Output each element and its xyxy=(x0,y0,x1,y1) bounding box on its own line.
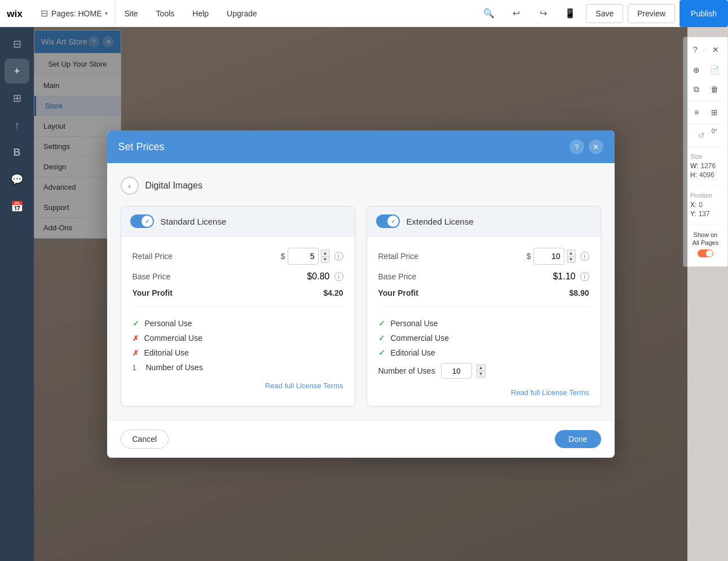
show-all-pages-toggle[interactable] xyxy=(698,249,713,257)
right-panel-close-icon[interactable]: ✕ xyxy=(708,42,723,58)
right-panel-divider-2 xyxy=(688,124,723,124)
width-row: W: 1276 xyxy=(690,162,721,170)
standard-base-price-row: Base Price $0.80 i xyxy=(133,271,343,282)
back-button[interactable]: ‹ xyxy=(121,177,139,195)
height-row: H: 4096 xyxy=(690,171,721,179)
check-icon-commercial: ✓ xyxy=(378,334,385,343)
mobile-view-icon[interactable]: 📱 xyxy=(559,2,581,25)
page-icon[interactable]: 📄 xyxy=(707,62,722,78)
extended-retail-price-label: Retail Price xyxy=(378,252,419,261)
extended-base-price-value: $1.10 xyxy=(553,271,575,282)
align-icon[interactable]: ≡ xyxy=(689,104,704,120)
publish-button[interactable]: Publish xyxy=(680,0,728,27)
extended-retail-info-icon[interactable]: i xyxy=(580,252,589,261)
standard-feature-uses: 1 Number of Uses xyxy=(133,360,343,375)
sidebar-upload-icon[interactable]: ↑ xyxy=(5,113,29,138)
standard-read-license-link[interactable]: Read full License Terms xyxy=(133,382,343,390)
extended-license-toggle[interactable] xyxy=(376,214,400,228)
nav-tools[interactable]: Tools xyxy=(147,0,184,27)
modal-close-button[interactable]: ✕ xyxy=(589,139,603,154)
modal-overlay: Set Prices ? ✕ ‹ Digital Images xyxy=(34,27,687,561)
standard-price-up-button[interactable]: ▲ xyxy=(321,249,330,256)
extended-profit-row: Your Profit $8.90 xyxy=(378,288,589,297)
preview-button[interactable]: Preview xyxy=(628,4,675,23)
extended-currency-symbol: $ xyxy=(527,252,531,261)
extended-retail-price-row: Retail Price $ ▲ ▼ i xyxy=(378,248,589,265)
save-button[interactable]: Save xyxy=(586,4,623,23)
pages-icon: ⊟ xyxy=(41,8,48,19)
extended-price-down-button[interactable]: ▼ xyxy=(567,256,576,263)
sidebar-apps-icon[interactable]: ⊞ xyxy=(5,86,29,111)
modal-body: ‹ Digital Images Standard License xyxy=(107,163,615,420)
right-panel-icons-row-1: ⊕ 📄 xyxy=(686,62,725,78)
topbar-nav: Site Tools Help Upgrade xyxy=(115,0,266,27)
sidebar-calendar-icon[interactable]: 📅 xyxy=(5,194,29,219)
right-panel-divider-4 xyxy=(688,186,723,186)
extended-base-price-label: Base Price xyxy=(378,272,417,281)
sidebar-add-icon[interactable]: + xyxy=(5,59,29,84)
y-row: Y: 137 xyxy=(690,210,721,218)
nav-site[interactable]: Site xyxy=(115,0,147,27)
right-panel-icons-row-3: ≡ ⊞ xyxy=(686,104,725,120)
redo-icon[interactable]: ↪ xyxy=(532,2,554,25)
standard-license-card: Standard License Retail Price $ ▲ xyxy=(121,206,355,406)
topbar-right-actions: 🔍 ↩ ↪ 📱 Save Preview Publish xyxy=(478,0,728,27)
position-section: Position X: 0 Y: 137 xyxy=(686,190,725,221)
rotate-left-icon[interactable]: ↺ xyxy=(694,128,709,143)
undo-icon[interactable]: ↩ xyxy=(505,2,527,25)
right-panel-divider-5 xyxy=(688,225,723,225)
distribute-icon[interactable]: ⊞ xyxy=(707,104,722,120)
help-icon[interactable]: ? xyxy=(688,42,703,58)
sidebar-layers-icon[interactable]: ⊟ xyxy=(5,32,29,56)
standard-license-toggle[interactable] xyxy=(130,214,154,228)
extended-feature-editorial-label: Editorial Use xyxy=(391,348,435,357)
dots-icon: ⋯ xyxy=(703,47,708,53)
delete-icon[interactable]: 🗑 xyxy=(707,81,722,97)
pages-selector[interactable]: ⊟ Pages: HOME ▾ xyxy=(34,0,115,27)
modal-header: Set Prices ? ✕ xyxy=(107,130,615,163)
extended-feature-personal: ✓ Personal Use xyxy=(378,316,589,331)
set-prices-modal: Set Prices ? ✕ ‹ Digital Images xyxy=(107,130,615,458)
nav-upgrade[interactable]: Upgrade xyxy=(218,0,266,27)
size-label: Size xyxy=(690,153,721,160)
extended-retail-price-input[interactable] xyxy=(533,248,564,265)
standard-retail-info-icon[interactable]: i xyxy=(334,252,343,261)
modal-section-title: Digital Images xyxy=(145,181,202,191)
extended-num-uses-label: Number of Uses xyxy=(378,366,435,375)
right-panel-dots: ⋯ xyxy=(703,47,708,53)
extended-num-uses-input[interactable] xyxy=(441,363,472,379)
standard-license-name: Standard License xyxy=(161,217,227,226)
nav-help[interactable]: Help xyxy=(183,0,218,27)
standard-feature-editorial: ✗ Editorial Use xyxy=(133,345,343,360)
standard-retail-price-row: Retail Price $ ▲ ▼ i xyxy=(133,248,343,265)
x-value: 0 xyxy=(699,201,703,209)
standard-num-uses-label: Number of Uses xyxy=(146,363,203,372)
extended-num-uses-spinners: ▲ ▼ xyxy=(476,364,486,378)
right-panel-divider-3 xyxy=(688,147,723,147)
extended-retail-price-input-group: $ ▲ ▼ i xyxy=(527,248,589,265)
modal-header-actions: ? ✕ xyxy=(570,139,603,154)
sidebar-blog-icon[interactable]: B xyxy=(5,140,29,165)
standard-price-down-button[interactable]: ▼ xyxy=(321,256,330,263)
standard-retail-price-input[interactable] xyxy=(288,248,319,265)
cancel-button[interactable]: Cancel xyxy=(121,429,169,449)
done-button[interactable]: Done xyxy=(555,430,601,448)
extended-num-uses-up-button[interactable]: ▲ xyxy=(476,364,486,371)
modal-back-row: ‹ Digital Images xyxy=(121,177,601,195)
extended-read-license-link[interactable]: Read full License Terms xyxy=(378,388,589,397)
h-value: 4096 xyxy=(699,171,714,179)
sidebar-chat-icon[interactable]: 💬 xyxy=(5,167,29,192)
extended-base-price-row: Base Price $1.10 i xyxy=(378,271,589,282)
extended-num-uses-down-button[interactable]: ▼ xyxy=(476,371,486,378)
standard-base-info-icon[interactable]: i xyxy=(334,272,343,281)
zoom-icon[interactable]: 🔍 xyxy=(478,2,500,25)
right-panel-header: ? ⋯ ✕ xyxy=(686,42,725,62)
extended-price-up-button[interactable]: ▲ xyxy=(567,249,576,256)
extended-base-info-icon[interactable]: i xyxy=(580,272,589,281)
check-icon-editorial: ✓ xyxy=(378,348,385,357)
modal-footer: Cancel Done xyxy=(107,420,615,458)
copy-icon[interactable]: ⊕ xyxy=(689,62,704,78)
duplicate-icon[interactable]: ⧉ xyxy=(689,81,704,97)
standard-feature-commercial: ✗ Commercial Use xyxy=(133,331,343,345)
modal-help-button[interactable]: ? xyxy=(570,139,584,154)
